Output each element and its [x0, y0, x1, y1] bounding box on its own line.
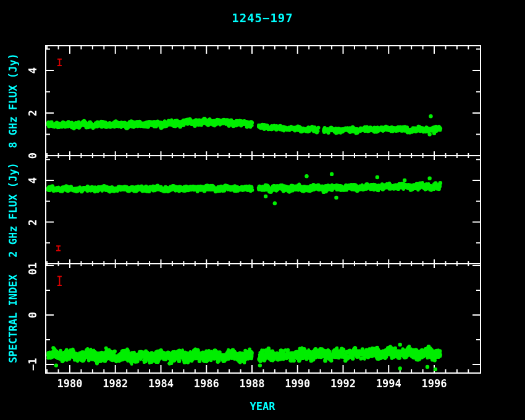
x-tick-label: 1996 [422, 377, 447, 390]
y-tick-label: 4 [27, 67, 39, 74]
plot-canvas [0, 0, 525, 420]
y-tick-label: 0 [27, 153, 39, 159]
y-axis-label-2ghz-flux: 2 GHz FLUX (Jy) [7, 162, 19, 258]
x-tick-label: 1992 [330, 377, 356, 390]
x-tick-label: 1984 [148, 377, 174, 390]
x-tick-label: 1994 [376, 377, 401, 390]
y-tick-label: −1 [27, 358, 39, 371]
x-tick-label: 1988 [240, 377, 265, 390]
x-axis-label: YEAR [0, 400, 525, 413]
y-tick-label: 2 [27, 110, 39, 116]
y-axis-label-8ghz-flux: 8 GHz FLUX (Jy) [7, 53, 19, 148]
x-tick-label: 1980 [57, 377, 83, 390]
y-tick-label: 0 [27, 269, 39, 275]
y-tick-label: 2 [27, 219, 39, 225]
x-tick-label: 1982 [103, 377, 128, 390]
plot-title: 1245−197 [0, 11, 525, 25]
x-tick-label: 1990 [285, 377, 310, 390]
y-axis-label-spectral-index: SPECTRAL INDEX [7, 274, 19, 363]
plot-page: 1245−197 8 GHz FLUX (Jy) 2 GHz FLUX (Jy)… [0, 0, 525, 420]
y-tick-label: 1 [27, 262, 39, 269]
x-tick-label: 1986 [194, 377, 219, 390]
y-tick-label: 4 [27, 177, 39, 183]
y-tick-label: 0 [27, 312, 39, 318]
